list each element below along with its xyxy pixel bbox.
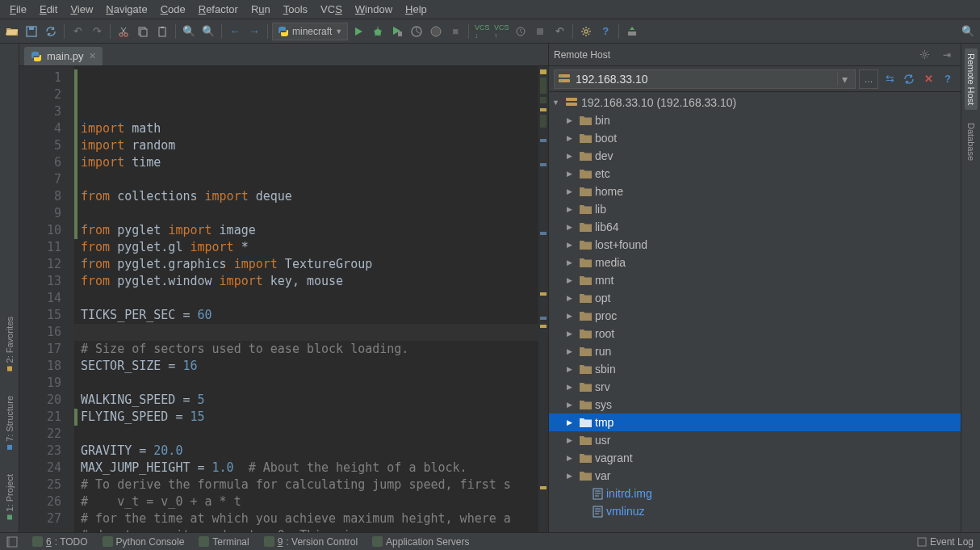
tree-item-proc[interactable]: ▶proc [549,307,961,325]
menu-view[interactable]: View [64,2,99,17]
code-line[interactable] [81,205,548,222]
replace-icon[interactable]: 🔍 [199,23,217,40]
code-line[interactable]: GRAVITY = 20.0 [81,443,548,460]
tree-root[interactable]: ▼192.168.33.10 (192.168.33.10) [549,94,961,111]
undo-icon[interactable]: ↶ [69,23,86,40]
tree-item-dev[interactable]: ▶dev [549,147,961,165]
editor-marker-bar[interactable] [538,66,548,532]
code-line[interactable]: TICKS_PER_SEC = 60 [81,307,548,324]
code-line[interactable]: FLYING_SPEED = 15 [81,409,548,426]
code-line[interactable] [81,171,548,188]
code-line[interactable]: WALKING_SPEED = 5 [81,392,548,409]
code-line[interactable] [81,375,548,392]
forward-icon[interactable]: → [245,23,263,40]
menu-help[interactable]: Help [399,2,433,17]
tree-item-boot[interactable]: ▶boot [549,129,961,147]
tool----project[interactable]: 1: Project [3,469,16,524]
remote-tree[interactable]: ▼192.168.33.10 (192.168.33.10)▶bin▶boot▶… [549,92,961,532]
tree-item-sbin[interactable]: ▶sbin [549,360,961,378]
redo-icon[interactable]: ↷ [88,23,106,40]
menu-edit[interactable]: Edit [33,2,64,17]
bottom-tool-python-console[interactable]: Python Console [103,536,185,548]
browse-icon[interactable]: … [859,69,878,89]
help-icon[interactable]: ? [940,71,956,87]
tree-item-lib[interactable]: ▶lib [549,200,961,218]
help-icon[interactable]: ? [597,23,614,40]
run-config-dropdown[interactable]: minecraft ▼ [272,23,348,40]
open-icon[interactable] [3,23,21,40]
code-line[interactable] [81,290,548,307]
run-icon[interactable] [350,23,367,40]
search-everywhere-icon[interactable]: 🔍 [959,23,977,40]
editor-tab-main[interactable]: main.py ✕ [24,47,103,65]
menu-code[interactable]: Code [154,2,192,17]
vcs-silent-icon[interactable] [531,23,549,40]
tree-item-root[interactable]: ▶root [549,325,961,342]
menu-run[interactable]: Run [245,2,277,17]
tree-item-var[interactable]: ▶var [549,467,961,485]
tree-item-etc[interactable]: ▶etc [549,165,961,183]
bottom-tool-terminal[interactable]: Terminal [199,536,249,548]
code-line[interactable]: # v_t = v_0 + a * t [81,493,548,510]
cut-icon[interactable] [115,23,132,40]
menu-window[interactable]: Window [349,2,399,17]
chevron-down-icon[interactable]: ▾ [837,73,852,86]
menu-tools[interactable]: Tools [277,2,314,17]
code-line[interactable]: import time [81,154,548,171]
code-line[interactable]: import math [81,120,548,137]
tool-window-quick-access[interactable] [6,536,18,548]
vcs-commit-icon[interactable]: VCS↑ [492,23,510,40]
tree-item-mnt[interactable]: ▶mnt [549,271,961,289]
code-line[interactable]: import random [81,137,548,154]
tree-item-lib64[interactable]: ▶lib64 [549,218,961,236]
stop-icon[interactable]: ■ [446,23,464,40]
code-line[interactable]: from pyglet.window import key, mouse [81,273,548,290]
code-line[interactable]: # for the time at which you achieve maxi… [81,510,548,527]
host-dropdown[interactable]: 192.168.33.10 ▾ [554,69,856,89]
code-line[interactable]: from pyglet import image [81,222,548,239]
tree-item-lost+found[interactable]: ▶lost+found [549,236,961,254]
menu-navigate[interactable]: Navigate [99,2,153,17]
gear-icon[interactable] [915,46,933,64]
settings-icon[interactable] [577,23,595,40]
tree-item-run[interactable]: ▶run [549,342,961,360]
tree-item-srv[interactable]: ▶srv [549,378,961,396]
menu-vcs[interactable]: VCS [314,2,349,17]
code-line[interactable]: from pyglet.graphics import TextureGroup [81,256,548,273]
code-line[interactable]: # due to gravity and v_t = 0. This gives… [81,527,548,532]
vcs-revert-icon[interactable]: ↶ [551,23,568,40]
find-icon[interactable]: 🔍 [180,23,198,40]
collapse-icon[interactable]: ⇆ [882,71,898,87]
tool-database[interactable]: Database [965,118,978,166]
debug-icon[interactable] [369,23,387,40]
event-log-button[interactable]: Event Log [917,536,974,548]
vcs-update-icon[interactable]: VCS↓ [473,23,491,40]
code-line[interactable]: MAX_JUMP_HEIGHT = 1.0 # About the height… [81,460,548,477]
coverage-icon[interactable] [388,23,406,40]
code-editor[interactable]: 1234567891011121314151617181920212223242… [19,66,548,532]
code-line[interactable]: SECTOR_SIZE = 16 [81,358,548,375]
tree-item-vagrant[interactable]: ▶vagrant [549,449,961,467]
code-line[interactable]: # To derive the formula for calculating … [81,477,548,493]
menu-refactor[interactable]: Refactor [192,2,245,17]
deploy-icon[interactable] [623,23,641,40]
sync-icon[interactable] [42,23,60,40]
tool----structure[interactable]: 7: Structure [3,391,16,455]
hide-icon[interactable]: ⇥ [938,46,956,64]
close-tab-icon[interactable]: ✕ [89,51,96,61]
tree-item-bin[interactable]: ▶bin [549,111,961,129]
tree-item-tmp[interactable]: ▶tmp [549,414,961,431]
tool-remote-host[interactable]: Remote Host [965,48,978,110]
editor-code[interactable]: import mathimport randomimport time from… [74,66,548,532]
menu-file[interactable]: File [3,2,33,17]
code-line[interactable]: from pyglet.gl import * [81,239,548,256]
code-line[interactable]: from collections import deque [81,188,548,205]
profile-icon[interactable] [408,23,425,40]
tree-item-sys[interactable]: ▶sys [549,396,961,414]
save-all-icon[interactable] [23,23,40,40]
vcs-history-icon[interactable] [512,23,530,40]
code-line[interactable]: # Size of sectors used to ease block loa… [81,341,548,358]
tree-item-media[interactable]: ▶media [549,254,961,271]
disconnect-icon[interactable]: ✕ [920,71,936,87]
tree-item-opt[interactable]: ▶opt [549,289,961,307]
